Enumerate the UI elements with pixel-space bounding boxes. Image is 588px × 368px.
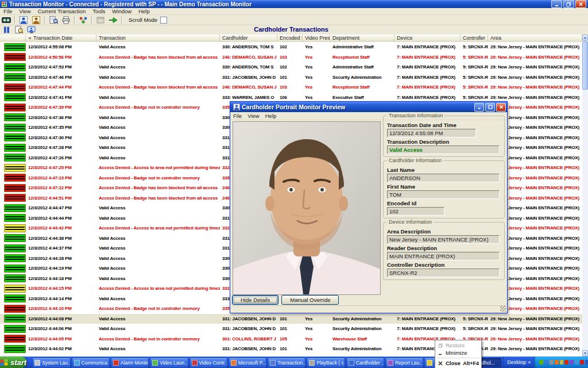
alert-dot-icon[interactable] [580,360,584,365]
denied-badge-icon [4,174,26,182]
scrollbar-thumb[interactable] [582,41,588,90]
table-row[interactable]: 12/3/2012 4:47:46 PMValid Access331: JAC… [0,72,582,83]
table-row[interactable]: 12/3/2012 4:44:06 PMValid Access331: JAC… [0,324,582,334]
table-row[interactable]: 12/3/2012 4:47:53 PMValid Access330: AND… [0,62,582,72]
table-row[interactable]: 12/3/2012 4:44:02 PMValid Access331: JAC… [0,344,582,354]
scroll-mode-checkbox[interactable] [160,17,167,24]
field-value-transaction-description[interactable]: Valid Access [387,145,500,154]
globe-icon[interactable] [550,360,554,365]
field-value-transaction-date-and-time[interactable]: 12/3/2012 4:55:08 PM [387,129,476,137]
dialog-close-button[interactable] [496,103,506,112]
graphics-icon[interactable] [560,360,564,365]
field-value-reader-description[interactable]: MAIN ENTRANCE (PROX) [387,252,500,260]
cardholder-icon[interactable] [18,16,29,24]
taskbar-button-video-contr[interactable]: Video Contr... [189,358,227,368]
denied-badge-icon [4,184,26,192]
transaction-information-group: Transaction InformationTransaction Date … [383,116,505,157]
table-row[interactable]: 12/3/2012 4:44:08 PMValid Access331: JAC… [0,314,582,324]
table-row[interactable]: 12/3/2012 4:55:08 PMValid Access330: AND… [0,42,582,52]
timezone-badge-icon [4,164,26,172]
sort-descending-icon [28,37,32,40]
taskbar-button-alarm-monitor[interactable]: Alarm Monitor [111,358,149,368]
restore-button[interactable] [563,0,574,8]
field-value-controller-description[interactable]: SRCNX-R2 [387,269,500,277]
dialog-menu-help[interactable]: Help [262,113,280,119]
error-x-icon[interactable] [564,360,568,365]
context-menu-item-restore[interactable]: Restore [435,342,481,349]
resize-grip[interactable] [500,306,506,312]
table-row[interactable]: 12/3/2012 4:47:44 PMAccess Denied - Badg… [0,82,582,93]
dialog-menu-file[interactable]: File [230,113,245,119]
vertical-scrollbar[interactable] [582,34,588,356]
report-search-icon[interactable] [48,16,59,24]
column-header-controller[interactable]: Controller [461,34,488,42]
context-menu-item-close[interactable]: CloseAlt+F4 [435,359,481,367]
field-value-last-name[interactable]: ANDERSON [387,174,500,182]
field-value-encoded-id[interactable]: 102 [387,207,444,216]
window-disabled-icon[interactable] [95,16,106,24]
taskbar-button-communica[interactable]: Communica... [72,358,110,368]
go-arrow-icon[interactable] [107,16,119,24]
print-icon[interactable] [60,16,72,24]
update-shield-icon[interactable] [539,360,543,365]
dialog-minimize-button[interactable] [474,103,484,112]
cell-transaction: Access Denied - Badge not in controller … [96,336,220,342]
menu-window[interactable]: Window [109,8,135,14]
column-header-cardholder[interactable]: Cardholder [220,34,277,42]
field-value-first-name[interactable]: TOM [387,190,500,199]
column-header-device[interactable]: Device [394,34,461,42]
menu-file[interactable]: File [0,8,16,14]
video-badge-icon[interactable] [1,16,12,24]
taskbar-button-transaction[interactable]: Transaction... [268,358,305,368]
column-header-area[interactable]: Area [488,34,582,42]
column-header-video-present[interactable]: Video Present [303,34,330,42]
cell-status-icon [0,214,26,222]
menu-help[interactable]: Help [135,8,153,14]
menu-tools[interactable]: Tools [89,8,109,14]
cell-transaction: Valid Access [96,44,220,49]
scroll-up-button[interactable] [582,34,588,41]
portrait-monitor-icon[interactable] [30,16,42,24]
network-icon[interactable] [544,360,548,365]
taskbar-button-video-laun[interactable]: Video Laun... [150,358,188,368]
valid-badge-icon [4,274,26,282]
cell-transaction: Valid Access [96,246,220,251]
dialog-buttons: Hide DetailsManual Override [232,295,339,305]
menu-view[interactable]: View [16,8,34,14]
context-menu-item-minimize[interactable]: Minimize [435,349,481,356]
display-icon[interactable] [575,360,579,365]
taskbar-button-playback-c[interactable]: PlayBack ( c... [307,358,345,368]
taskbar-button-microsoft-p[interactable]: Microsoft P... [229,358,266,368]
table-row[interactable]: 12/3/2012 4:50:56 PMAccess Denied - Badg… [0,52,582,63]
table-row[interactable]: 12/3/2012 4:44:05 PMAccess Denied - Badg… [0,334,582,344]
security-alert-icon[interactable] [555,360,559,365]
messenger-icon[interactable] [585,360,588,365]
scroll-mode-control: Scroll Mode [129,17,167,24]
hide-details-button[interactable]: Hide Details [232,295,278,305]
start-button[interactable]: start [0,356,26,368]
minimize-button[interactable] [551,0,562,8]
column-header-icon[interactable] [0,34,26,42]
field-value-area-description[interactable]: New Jersey - MAIN ENTRANCE (PROX) [387,235,500,244]
column-header-department[interactable]: Department [330,34,394,42]
taskbar-button-report-lau[interactable]: Report Lau... [385,358,423,368]
connection-icon[interactable] [78,16,89,24]
scroll-down-button[interactable] [582,350,588,356]
column-header-transaction-date[interactable]: Transaction Date [26,34,96,42]
close-button[interactable] [575,0,586,8]
app-purple-icon[interactable] [570,360,574,365]
dialog-maximize-button[interactable] [485,103,495,112]
column-header-encoded-id[interactable]: Encoded ID [277,34,303,42]
cell-date: 12/3/2012 4:55:08 PM [26,44,96,49]
taskbar-button-system-lau[interactable]: System Lau... [32,358,70,368]
table-title: Cardholder Transactions [0,26,582,33]
manual-override-button[interactable]: Manual Override [281,295,339,305]
taskbar-button-cardholder[interactable]: Cardholder ... [346,358,384,368]
column-header-transaction[interactable]: Transaction [96,34,220,42]
menu-current-transaction[interactable]: Current Transaction [34,8,89,14]
dialog-menu-view[interactable]: View [245,113,262,119]
device-information-group: Device InformationArea DescriptionNew Je… [383,222,505,280]
desktop-toolbar[interactable]: Desktop » [503,356,534,368]
cell-status-icon [0,113,26,121]
cell-device: 7: MAIN ENTRANCE (PROX) [394,85,461,90]
